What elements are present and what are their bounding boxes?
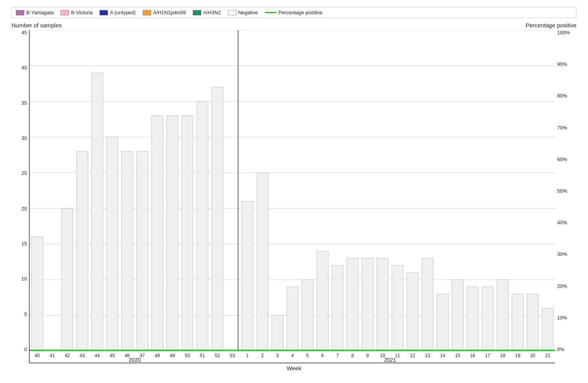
legend-item-pct-positive: Percentage positive — [265, 10, 322, 15]
x-tick-1: 1 — [246, 353, 249, 358]
legend-item-b-yamagata: B-Yamagata — [16, 10, 54, 15]
x-tick-52: 52 — [215, 353, 220, 358]
year-label-2021: 2021 — [384, 357, 396, 363]
x-tick-2: 2 — [261, 353, 264, 358]
y-tick-right: 60% — [557, 157, 567, 162]
legend-label-pct-positive: Percentage positive — [278, 10, 322, 15]
y-tick-right: 80% — [557, 93, 567, 98]
y-tick-left: 0 — [24, 347, 27, 352]
x-tick-50: 50 — [185, 353, 190, 358]
y-tick-left: 40 — [22, 65, 27, 70]
x-tick-3: 3 — [276, 353, 279, 358]
bar-week-3 — [272, 315, 283, 351]
bar-week-46 — [121, 151, 133, 351]
bar-week-49 — [167, 116, 178, 351]
y-tick-right: 70% — [557, 125, 567, 130]
y-tick-right: 100% — [557, 30, 570, 35]
y-tick-right: 10% — [557, 315, 567, 320]
bar-week-20 — [527, 294, 539, 351]
x-tick-5: 5 — [306, 353, 309, 358]
x-tick-44: 44 — [95, 353, 100, 358]
bar-week-42 — [62, 208, 73, 351]
y-tick-left: 10 — [22, 276, 27, 281]
left-axis-label: Number of samples — [12, 22, 62, 29]
legend-label-a-h1n1: A/H1N1pdm09 — [153, 10, 186, 15]
x-tick-6: 6 — [321, 353, 324, 358]
y-tick-left: 15 — [22, 241, 27, 246]
bar-week-47 — [136, 151, 148, 351]
x-tick-49: 49 — [170, 353, 175, 358]
chart-container: B-YamagataB-VictoriaA (untyped)A/H1N1pdm… — [0, 0, 588, 383]
x-tick-9: 9 — [366, 353, 369, 358]
legend-swatch-a-h3n2 — [193, 10, 201, 15]
legend-swatch-b-victoria — [61, 10, 69, 15]
y-tick-right: 20% — [557, 284, 567, 289]
legend-item-negative: Negative — [228, 10, 258, 15]
legend-swatch-negative — [228, 10, 236, 15]
x-tick-53: 53 — [230, 353, 235, 358]
x-axis-label: Week — [12, 365, 576, 371]
y-tick-left: 5 — [24, 312, 27, 317]
x-tick-40: 40 — [35, 353, 40, 358]
bar-week-15 — [452, 280, 463, 351]
legend-item-a-untyped: A (untyped) — [99, 10, 136, 15]
legend-item-a-h3n2: A/H3N2 — [193, 10, 221, 15]
bar-week-12 — [407, 272, 418, 351]
x-tick-13: 13 — [425, 353, 430, 358]
bar-week-7 — [332, 265, 344, 351]
bar-week-14 — [437, 294, 448, 351]
bar-week-1 — [242, 201, 253, 351]
bar-week-9 — [362, 258, 373, 351]
right-axis-label: Percentage positive — [526, 22, 576, 29]
x-tick-14: 14 — [440, 353, 445, 358]
bar-week-13 — [422, 258, 433, 351]
x-tick-19: 19 — [515, 353, 521, 358]
bar-week-8 — [347, 258, 358, 351]
legend-swatch-a-h1n1 — [143, 10, 151, 15]
bar-week-16 — [467, 287, 478, 351]
x-tick-8: 8 — [351, 353, 354, 358]
bar-week-45 — [106, 137, 118, 351]
bar-week-5 — [302, 280, 313, 351]
bar-week-48 — [152, 116, 163, 351]
x-tick-4: 4 — [291, 353, 294, 358]
legend-item-b-victoria: B-Victoria — [61, 10, 93, 15]
x-tick-21: 21 — [545, 353, 551, 358]
bar-week-18 — [497, 280, 509, 351]
y-tick-right: 40% — [557, 220, 567, 225]
y-tick-left: 25 — [22, 171, 27, 176]
y-tick-left: 35 — [22, 101, 27, 106]
y-tick-left: 30 — [22, 136, 27, 141]
y-axis-left: 454035302520151050 — [12, 30, 29, 363]
y-tick-right: 90% — [557, 62, 567, 67]
x-tick-51: 51 — [200, 353, 205, 358]
bar-week-2 — [257, 173, 268, 351]
y-tick-left: 20 — [22, 206, 27, 211]
legend-label-negative: Negative — [238, 10, 258, 15]
x-tick-48: 48 — [155, 353, 160, 358]
x-tick-12: 12 — [410, 353, 415, 358]
x-tick-16: 16 — [470, 353, 475, 358]
y-tick-right: 30% — [557, 252, 567, 257]
legend-swatch-b-yamagata — [16, 10, 24, 15]
y-tick-right: 0% — [557, 347, 564, 352]
x-tick-15: 15 — [455, 353, 460, 358]
bar-week-19 — [512, 294, 524, 351]
bar-week-52 — [212, 87, 223, 351]
x-tick-43: 43 — [80, 353, 85, 358]
bar-week-51 — [197, 101, 208, 351]
x-tick-18: 18 — [500, 353, 505, 358]
y-axis-right: 100%90%80%70%60%50%40%30%20%10%0% — [555, 30, 576, 363]
x-tick-7: 7 — [336, 353, 339, 358]
year-label-2020: 2020 — [129, 357, 141, 363]
plot-wrapper: 454035302520151050 404142434445464748495… — [12, 30, 576, 363]
plot-area: 4041424344454647484950515253123456789101… — [29, 30, 555, 363]
bar-week-4 — [287, 287, 298, 351]
x-tick-20: 20 — [530, 353, 536, 358]
bar-week-40 — [32, 237, 43, 351]
legend: B-YamagataB-VictoriaA (untyped)A/H1N1pdm… — [12, 7, 576, 18]
bar-week-21 — [542, 308, 554, 351]
y-tick-right: 50% — [557, 188, 567, 193]
bar-week-43 — [77, 151, 88, 351]
x-tick-42: 42 — [65, 353, 70, 358]
